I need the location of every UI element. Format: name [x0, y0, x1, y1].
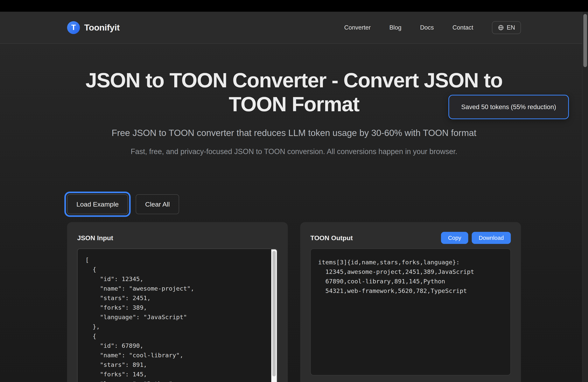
page-subtitle: Free JSON to TOON converter that reduces… — [0, 128, 588, 138]
window-top-strip — [0, 0, 588, 12]
page-scrollbar-thumb[interactable] — [583, 14, 587, 67]
toon-output-panel: TOON Output Copy Download items[3]{id,na… — [300, 222, 521, 382]
download-button[interactable]: Download — [472, 232, 511, 244]
json-input-textarea[interactable]: [ { "id": 12345, "name": "awesome-projec… — [77, 249, 278, 382]
json-input-code: [ { "id": 12345, "name": "awesome-projec… — [78, 249, 277, 382]
page-body: Saved 50 tokens (55% reduction) JSON to … — [0, 44, 588, 382]
language-selector-button[interactable]: EN — [492, 21, 521, 34]
json-input-title: JSON Input — [77, 234, 113, 242]
brand-logo[interactable]: T Toonifyit — [67, 21, 120, 34]
copy-button[interactable]: Copy — [441, 232, 468, 244]
nav-link-docs[interactable]: Docs — [420, 24, 434, 31]
toon-output-title: TOON Output — [310, 234, 353, 242]
clear-all-button[interactable]: Clear All — [136, 194, 179, 214]
toon-output-code: items[3]{id,name,stars,forks,language}: … — [311, 249, 510, 304]
resize-grip-icon[interactable] — [272, 381, 276, 382]
converter-panels: JSON Input [ { "id": 12345, "name": "awe… — [67, 222, 521, 382]
load-example-button[interactable]: Load Example — [67, 194, 128, 214]
nav-link-converter[interactable]: Converter — [344, 24, 371, 31]
logo-icon: T — [67, 21, 80, 34]
nav-link-blog[interactable]: Blog — [389, 24, 401, 31]
toolbar: Load Example Clear All — [67, 194, 521, 214]
toon-output-box: items[3]{id,name,stars,forks,language}: … — [310, 249, 511, 375]
nav-link-contact[interactable]: Contact — [452, 24, 473, 31]
toon-output-header: TOON Output Copy Download — [310, 232, 511, 244]
language-code: EN — [507, 24, 515, 31]
output-actions: Copy Download — [441, 232, 511, 244]
top-navbar: T Toonifyit Converter Blog Docs Contact … — [0, 12, 588, 44]
json-input-panel: JSON Input [ { "id": 12345, "name": "awe… — [67, 222, 288, 382]
toast-message: Saved 50 tokens (55% reduction) — [461, 103, 556, 111]
nav-links: Converter Blog Docs Contact EN — [344, 21, 521, 34]
page-scrollbar[interactable] — [582, 12, 588, 382]
globe-icon — [498, 24, 504, 31]
textarea-scrollbar-thumb[interactable] — [273, 251, 276, 376]
brand-name: Toonifyit — [84, 22, 120, 33]
textarea-scrollbar[interactable] — [271, 249, 277, 382]
json-input-header: JSON Input — [77, 232, 278, 244]
tokens-saved-toast: Saved 50 tokens (55% reduction) — [448, 95, 569, 119]
page-description: Fast, free, and privacy-focused JSON to … — [0, 147, 588, 156]
